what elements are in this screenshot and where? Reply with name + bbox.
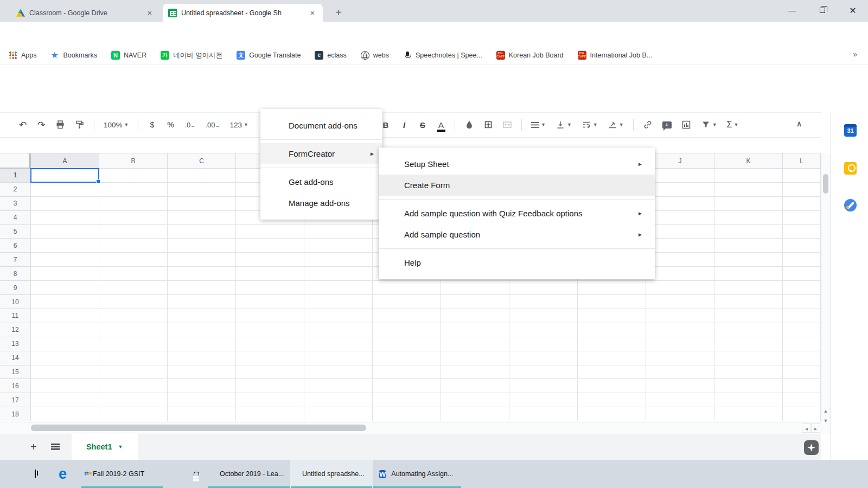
horizontal-align-icon[interactable]: ▼ xyxy=(531,122,546,128)
cell-j11[interactable] xyxy=(646,309,714,323)
cell-a8[interactable] xyxy=(31,267,99,281)
cell-e9[interactable] xyxy=(304,281,373,295)
submenu-item-setup-sheet[interactable]: Setup Sheet► xyxy=(379,153,655,175)
cell-l2[interactable] xyxy=(783,183,821,197)
text-color-icon[interactable]: A xyxy=(437,120,445,130)
sheet-menu-caret-icon[interactable]: ▼ xyxy=(118,444,123,450)
row-header-16[interactable]: 16 xyxy=(0,380,31,394)
cell-j8[interactable] xyxy=(646,267,714,281)
cell-j18[interactable] xyxy=(646,407,714,421)
cell-k8[interactable] xyxy=(714,267,783,281)
browser-tab-classroom[interactable]: Classroom - Google Drive × xyxy=(11,4,160,22)
cell-b2[interactable] xyxy=(99,183,168,197)
fill-color-icon[interactable] xyxy=(464,120,474,130)
taskbar-start-button[interactable] xyxy=(5,460,18,488)
merge-cells-icon[interactable] xyxy=(502,120,512,130)
row-header-7[interactable]: 7 xyxy=(0,253,31,267)
taskbar-app-untitled-spreadshe-[interactable]: Untitled spreadshe... xyxy=(290,460,373,488)
cell-k4[interactable] xyxy=(714,211,783,225)
cell-a15[interactable] xyxy=(31,365,99,380)
calendar-icon[interactable]: 31 xyxy=(844,124,857,137)
row-header-18[interactable]: 18 xyxy=(0,407,31,421)
cell-j14[interactable] xyxy=(646,351,714,365)
cell-c12[interactable] xyxy=(168,323,236,337)
all-sheets-icon[interactable] xyxy=(51,444,60,450)
cell-c1[interactable] xyxy=(168,169,236,183)
row-header-9[interactable]: 9 xyxy=(0,281,31,295)
cell-c9[interactable] xyxy=(168,281,236,295)
cell-d9[interactable] xyxy=(236,281,304,295)
cell-c4[interactable] xyxy=(168,211,236,225)
cell-a2[interactable] xyxy=(31,183,99,197)
cell-k1[interactable] xyxy=(714,169,783,183)
select-all-corner[interactable] xyxy=(0,153,31,169)
cell-a16[interactable] xyxy=(31,380,99,394)
cell-a12[interactable] xyxy=(31,323,99,337)
bookmark-item[interactable]: 가네이버 영어사전 xyxy=(161,51,222,60)
cell-d14[interactable] xyxy=(236,351,304,365)
cell-l11[interactable] xyxy=(783,309,821,323)
cell-b1[interactable] xyxy=(99,169,168,183)
cell-f18[interactable] xyxy=(373,407,441,421)
sheet-tab-sheet1[interactable]: Sheet1 ▼ xyxy=(72,434,138,460)
cell-c5[interactable] xyxy=(168,225,236,239)
cell-c2[interactable] xyxy=(168,183,236,197)
cell-d12[interactable] xyxy=(236,323,304,337)
cell-h11[interactable] xyxy=(509,309,578,323)
cell-l3[interactable] xyxy=(783,197,821,211)
column-header-a[interactable]: A xyxy=(31,153,99,169)
borders-icon[interactable]: ⊞ xyxy=(484,120,493,129)
add-sheet-button[interactable]: + xyxy=(30,441,37,453)
percent-format-icon[interactable]: % xyxy=(166,120,175,129)
tasks-icon[interactable] xyxy=(844,199,857,211)
cell-c17[interactable] xyxy=(168,393,236,407)
cell-l5[interactable] xyxy=(783,225,821,239)
insert-chart-icon[interactable] xyxy=(681,120,691,130)
tab-close-icon[interactable]: × xyxy=(145,8,155,17)
submenu-item-create-form[interactable]: Create Form xyxy=(379,175,655,196)
decrease-decimal-icon[interactable]: .0← xyxy=(184,121,195,129)
paint-format-icon[interactable] xyxy=(75,120,85,130)
scroll-right-icon[interactable]: ▸ xyxy=(811,423,820,433)
cell-l16[interactable] xyxy=(783,380,821,394)
vertical-align-icon[interactable]: ▼ xyxy=(556,120,572,130)
cell-j4[interactable] xyxy=(646,211,714,225)
cell-i10[interactable] xyxy=(578,295,646,309)
cell-g18[interactable] xyxy=(441,407,509,421)
row-header-14[interactable]: 14 xyxy=(0,351,31,365)
row-header-1[interactable]: 1 xyxy=(0,169,31,183)
text-wrap-icon[interactable]: ▼ xyxy=(582,120,598,130)
cell-b13[interactable] xyxy=(99,337,168,351)
menu-item-formcreator[interactable]: FormCreator► xyxy=(260,143,382,164)
text-rotation-icon[interactable]: ▼ xyxy=(608,120,624,130)
cell-k3[interactable] xyxy=(714,197,783,211)
cell-k11[interactable] xyxy=(714,309,783,323)
horizontal-scrollbar-thumb[interactable] xyxy=(31,425,366,431)
cell-l17[interactable] xyxy=(783,393,821,407)
cell-b7[interactable] xyxy=(99,253,168,267)
cell-a17[interactable] xyxy=(31,393,99,407)
row-header-13[interactable]: 13 xyxy=(0,337,31,351)
cell-l15[interactable] xyxy=(783,365,821,380)
selected-cell-a1[interactable] xyxy=(30,168,99,183)
taskbar-task-view-button[interactable] xyxy=(28,460,42,488)
cell-b10[interactable] xyxy=(99,295,168,309)
cell-d13[interactable] xyxy=(236,337,304,351)
bookmark-item[interactable]: ★Bookmarks xyxy=(51,51,98,60)
cell-d11[interactable] xyxy=(236,309,304,323)
cell-l18[interactable] xyxy=(783,407,821,421)
scroll-up-icon[interactable]: ▲ xyxy=(822,407,829,415)
bookmark-item[interactable]: ESLCAFEInternational Job B... xyxy=(578,51,653,60)
cell-c11[interactable] xyxy=(168,309,236,323)
redo-icon[interactable]: ↷ xyxy=(37,119,46,131)
cell-b8[interactable] xyxy=(99,267,168,281)
cell-l14[interactable] xyxy=(783,351,821,365)
menu-item-manage-add-ons[interactable]: Manage add-ons xyxy=(260,192,382,214)
cell-e13[interactable] xyxy=(304,337,373,351)
cell-i11[interactable] xyxy=(578,309,646,323)
taskbar-app-october-2019-lea-[interactable]: October 2019 - Lea... xyxy=(208,460,290,488)
cell-g9[interactable] xyxy=(441,281,509,295)
row-header-2[interactable]: 2 xyxy=(0,183,31,197)
row-header-6[interactable]: 6 xyxy=(0,239,31,253)
new-tab-button[interactable]: + xyxy=(331,5,346,21)
